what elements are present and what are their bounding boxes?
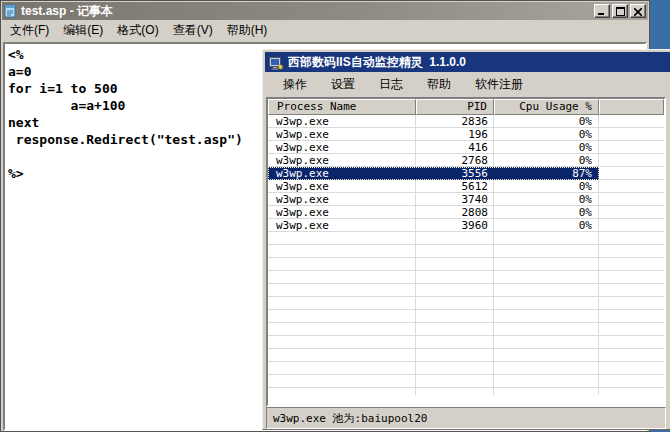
cell-process-name: w3wp.exe (268, 115, 416, 128)
cell-pid: 3740 (416, 193, 494, 206)
cell-cpu: 0% (494, 219, 599, 232)
column-header-empty[interactable] (599, 99, 664, 115)
table-row-selected[interactable]: w3wp.exe 3556 87% (268, 167, 599, 180)
close-icon (634, 4, 642, 19)
cell-process-name: w3wp.exe (268, 128, 416, 141)
cell-cpu: 0% (494, 193, 599, 206)
column-header-cpu-usage[interactable]: Cpu Usage % (494, 99, 599, 115)
menu-edit[interactable]: 编辑(E) (56, 19, 110, 42)
cell-cpu: 87% (494, 167, 599, 180)
menu-register[interactable]: 软件注册 (463, 73, 535, 96)
table-row[interactable]: w3wp.exe 416 0% (268, 141, 599, 154)
menu-help[interactable]: 帮助 (415, 73, 463, 96)
maximize-icon (616, 4, 625, 19)
monitor-app-icon (269, 56, 283, 69)
cell-process-name: w3wp.exe (268, 180, 416, 193)
column-header-process-name[interactable]: Process Name (268, 99, 416, 115)
cell-cpu: 0% (494, 206, 599, 219)
menu-file[interactable]: 文件(F) (3, 19, 56, 42)
minimize-icon (598, 4, 606, 19)
process-list-header: Process Name PID Cpu Usage % (268, 99, 664, 115)
cell-pid: 3960 (416, 219, 494, 232)
menu-format[interactable]: 格式(O) (110, 19, 165, 42)
cell-process-name: w3wp.exe (268, 141, 416, 154)
cell-cpu: 0% (494, 154, 599, 167)
cell-process-name: w3wp.exe (268, 154, 416, 167)
cell-process-name: w3wp.exe (268, 167, 416, 180)
table-row[interactable]: w3wp.exe 196 0% (268, 128, 599, 141)
cell-pid: 196 (416, 128, 494, 141)
table-row[interactable]: w3wp.exe 2836 0% (268, 115, 599, 128)
cell-cpu: 0% (494, 115, 599, 128)
resize-grip-icon[interactable] (651, 414, 664, 427)
column-header-pid[interactable]: PID (416, 99, 494, 115)
menu-operate[interactable]: 操作 (271, 73, 319, 96)
notepad-document-icon (4, 4, 17, 18)
table-row[interactable]: w3wp.exe 2768 0% (268, 154, 599, 167)
cell-pid: 2768 (416, 154, 494, 167)
monitor-menubar: 操作 设置 日志 帮助 软件注册 (263, 72, 670, 96)
monitor-window: 西部数码IIS自动监控精灵 1.1.0.0 操作 设置 日志 帮助 软件注册 P… (262, 49, 670, 430)
notepad-menubar: 文件(F) 编辑(E) 格式(O) 查看(V) 帮助(H) (1, 20, 649, 41)
monitor-window-title: 西部数码IIS自动监控精灵 1.1.0.0 (288, 54, 466, 71)
cell-cpu: 0% (494, 141, 599, 154)
menu-help[interactable]: 帮助(H) (220, 19, 275, 42)
notepad-window-title: test.asp - 记事本 (21, 3, 592, 20)
table-row[interactable]: w3wp.exe 5612 0% (268, 180, 599, 193)
cell-cpu: 0% (494, 128, 599, 141)
cell-pid: 3556 (416, 167, 494, 180)
close-button[interactable] (630, 4, 646, 18)
cell-pid: 5612 (416, 180, 494, 193)
cell-pid: 2836 (416, 115, 494, 128)
menu-log[interactable]: 日志 (367, 73, 415, 96)
menu-view[interactable]: 查看(V) (166, 19, 220, 42)
maximize-button[interactable] (612, 4, 628, 18)
cell-process-name: w3wp.exe (268, 193, 416, 206)
process-list: Process Name PID Cpu Usage % w3wp.exe 28… (266, 97, 666, 407)
table-row[interactable]: w3wp.exe 3740 0% (268, 193, 599, 206)
monitor-titlebar[interactable]: 西部数码IIS自动监控精灵 1.1.0.0 (265, 52, 670, 72)
cell-pid: 416 (416, 141, 494, 154)
table-row[interactable]: w3wp.exe 3960 0% (268, 219, 599, 232)
process-list-body: w3wp.exe 2836 0% w3wp.exe 196 0% w3wp.ex… (268, 115, 664, 395)
cell-pid: 2808 (416, 206, 494, 219)
status-bar: w3wp.exe 池为:baiupool20 (266, 407, 666, 429)
cell-cpu: 0% (494, 180, 599, 193)
desktop: { "desktop": { "background_color": "#3A6… (0, 0, 670, 432)
table-row[interactable]: w3wp.exe 2808 0% (268, 206, 599, 219)
minimize-button[interactable] (594, 4, 610, 18)
status-text: w3wp.exe 池为:baiupool20 (273, 411, 427, 426)
cell-process-name: w3wp.exe (268, 206, 416, 219)
cell-process-name: w3wp.exe (268, 219, 416, 232)
notepad-titlebar[interactable]: test.asp - 记事本 (2, 2, 648, 20)
menu-settings[interactable]: 设置 (319, 73, 367, 96)
notepad-window-controls (592, 4, 646, 18)
